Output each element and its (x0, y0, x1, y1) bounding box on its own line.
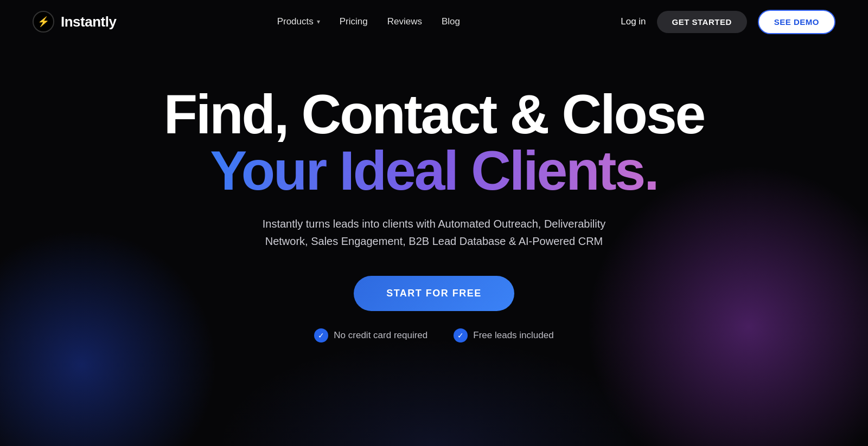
logo-text: Instantly (61, 14, 116, 30)
chevron-down-icon: ▾ (317, 18, 320, 25)
navbar: ⚡ Instantly Products ▾ Pricing Reviews B… (0, 0, 868, 43)
get-started-button[interactable]: GET STARTED (657, 11, 747, 33)
hero-title-line2: Your Ideal Clients. (210, 142, 658, 200)
products-link[interactable]: Products ▾ (277, 16, 320, 27)
see-demo-button[interactable]: SEE DEMO (758, 10, 835, 34)
start-free-button[interactable]: START FOR FREE (354, 276, 514, 311)
logo-icon: ⚡ (33, 11, 54, 33)
nav-item-pricing[interactable]: Pricing (340, 16, 368, 27)
nav-links: Products ▾ Pricing Reviews Blog (277, 16, 460, 27)
nav-item-reviews[interactable]: Reviews (387, 16, 422, 27)
trust-badge-free-leads: ✓ Free leads included (454, 328, 553, 342)
trust-badge-label-1: No credit card required (334, 330, 427, 341)
hero-subtitle: Instantly turns leads into clients with … (250, 215, 618, 250)
reviews-link[interactable]: Reviews (387, 16, 422, 27)
bg-glow-center-bottom (217, 338, 651, 446)
trust-badge-no-credit-card: ✓ No credit card required (314, 328, 427, 342)
login-link[interactable]: Log in (621, 16, 646, 27)
trust-badge-label-2: Free leads included (473, 330, 553, 341)
nav-right: Log in GET STARTED SEE DEMO (621, 10, 835, 34)
nav-item-blog[interactable]: Blog (442, 16, 460, 27)
check-icon-2: ✓ (454, 328, 468, 342)
hero-section: Find, Contact & Close Your Ideal Clients… (0, 43, 868, 342)
check-icon-1: ✓ (314, 328, 328, 342)
trust-badges: ✓ No credit card required ✓ Free leads i… (314, 328, 553, 342)
pricing-link[interactable]: Pricing (340, 16, 368, 27)
logo-link[interactable]: ⚡ Instantly (33, 11, 116, 33)
blog-link[interactable]: Blog (442, 16, 460, 27)
nav-item-products[interactable]: Products ▾ (277, 16, 320, 27)
hero-title-line1: Find, Contact & Close (164, 87, 705, 142)
